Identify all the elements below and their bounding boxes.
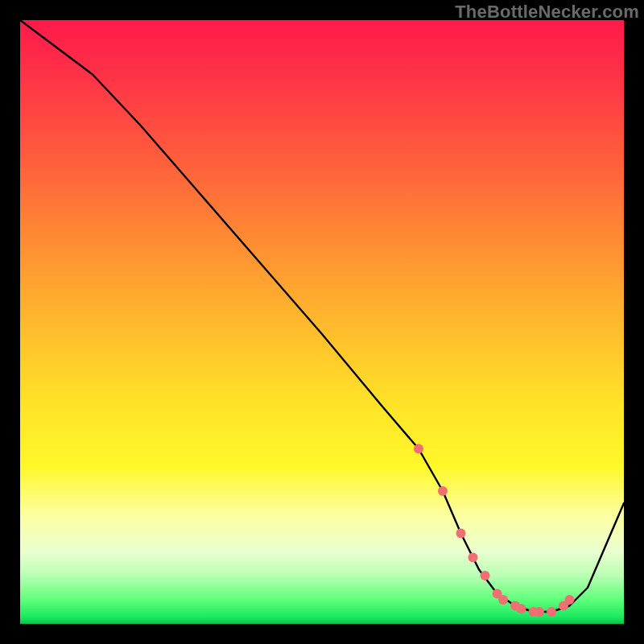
marker-dot — [498, 595, 508, 605]
marker-dot — [438, 486, 448, 496]
watermark-text: TheBottleNecker.com — [455, 2, 639, 23]
marker-dot — [547, 607, 556, 617]
marker-dot — [456, 529, 466, 539]
marker-dot — [535, 607, 544, 617]
marker-dot — [469, 553, 478, 563]
curve-line — [20, 20, 624, 612]
marker-dots — [414, 444, 575, 617]
marker-dot — [517, 604, 526, 613]
chart-frame — [20, 20, 624, 624]
marker-dot — [481, 571, 490, 580]
chart-svg — [20, 20, 624, 624]
marker-dot — [414, 444, 423, 454]
marker-dot — [565, 595, 575, 605]
